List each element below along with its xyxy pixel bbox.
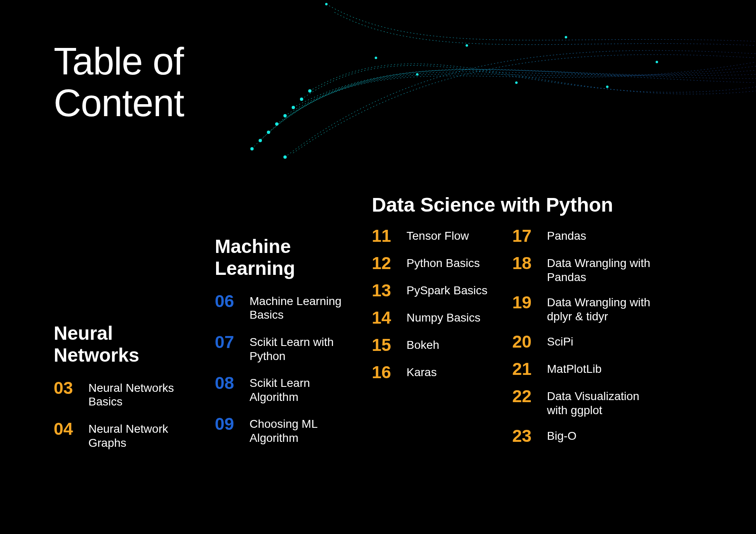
toc-entry: 12 Python Basics: [372, 255, 504, 272]
toc-entry: 13 PySpark Basics: [372, 282, 504, 299]
entry-label: SciPi: [547, 333, 573, 349]
svg-point-14: [308, 89, 311, 93]
svg-point-15: [283, 155, 287, 159]
svg-point-6: [416, 73, 418, 76]
wave-decoration: [202, 0, 756, 165]
entry-number: 03: [54, 379, 79, 397]
entry-label: Bokeh: [407, 336, 439, 352]
entry-number: 21: [512, 360, 538, 378]
entry-label: MatPlotLib: [547, 360, 601, 376]
toc-entry: 21 MatPlotLib: [512, 360, 661, 378]
section-heading-ds: Data Science with Python: [372, 193, 613, 216]
entry-number: 13: [372, 282, 397, 299]
section-heading-ml: Machine Learning: [215, 236, 347, 279]
entry-label: Pandas: [547, 227, 586, 243]
svg-point-8: [515, 81, 518, 84]
page: Table of Content Neural Networks 03 Neur…: [0, 0, 756, 534]
svg-point-11: [656, 61, 658, 63]
svg-point-5: [375, 57, 377, 59]
entry-number: 04: [54, 420, 79, 438]
toc-entry: 14 Numpy Basics: [372, 309, 504, 327]
entry-number: 09: [215, 415, 240, 433]
title-line-1: Table of: [54, 41, 184, 82]
toc-entry: 09 Choosing ML Algorithm: [215, 415, 347, 445]
section-machine-learning: Machine Learning 06 Machine Learning Bas…: [215, 236, 347, 457]
section-neural-networks: Neural Networks 03 Neural Networks Basic…: [54, 322, 190, 461]
toc-entry: 19 Data Wrangling with dplyr & tidyr: [512, 294, 661, 323]
svg-point-3: [300, 98, 303, 101]
svg-point-12: [275, 122, 278, 126]
entry-number: 18: [512, 255, 538, 272]
entry-number: 19: [512, 294, 538, 311]
toc-entry: 18 Data Wrangling with Pandas: [512, 255, 661, 284]
entry-label: Data Wrangling with dplyr & tidyr: [547, 294, 661, 323]
title-line-2: Content: [54, 82, 184, 124]
svg-point-16: [259, 139, 262, 142]
toc-entry: 22 Data Visualization with ggplot: [512, 388, 661, 417]
toc-entry: 08 Scikit Learn Algorithm: [215, 374, 347, 404]
entry-number: 11: [372, 227, 397, 245]
entry-label: Numpy Basics: [407, 309, 480, 325]
toc-entry: 23 Big-O: [512, 427, 661, 445]
entry-number: 06: [215, 293, 240, 310]
toc-entry: 17 Pandas: [512, 227, 661, 245]
toc-entry: 15 Bokeh: [372, 336, 504, 354]
entry-label: Karas: [407, 364, 437, 379]
entry-number: 17: [512, 227, 538, 245]
section-data-science-col-b: 17 Pandas 18 Data Wrangling with Pandas …: [512, 227, 661, 455]
entry-label: Scikit Learn Algorithm: [250, 374, 347, 404]
entry-label: Choosing ML Algorithm: [250, 415, 347, 445]
toc-entry: 20 SciPi: [512, 333, 661, 350]
toc-entry: 11 Tensor Flow: [372, 227, 504, 245]
svg-point-13: [292, 106, 295, 109]
section-data-science-col-a: 11 Tensor Flow 12 Python Basics 13 PySpa…: [372, 227, 504, 391]
toc-entry: 06 Machine Learning Basics: [215, 293, 347, 322]
svg-point-10: [606, 86, 609, 88]
section-heading-nn: Neural Networks: [54, 322, 190, 366]
entry-number: 16: [372, 364, 397, 381]
svg-point-0: [250, 147, 254, 150]
toc-entry: 04 Neural Network Graphs: [54, 420, 190, 450]
entry-label: Data Visualization with ggplot: [547, 388, 661, 417]
entry-number: 08: [215, 374, 240, 392]
svg-point-2: [283, 114, 287, 117]
entry-label: PySpark Basics: [407, 282, 487, 298]
entry-label: Machine Learning Basics: [250, 293, 347, 322]
entry-number: 14: [372, 309, 397, 327]
svg-point-9: [565, 36, 567, 38]
entry-label: Tensor Flow: [407, 227, 469, 243]
svg-point-7: [466, 44, 468, 47]
svg-point-4: [325, 3, 328, 5]
entry-label: Scikit Learn with Python: [250, 334, 347, 363]
toc-entry: 16 Karas: [372, 364, 504, 381]
entry-number: 15: [372, 336, 397, 354]
entry-number: 20: [512, 333, 538, 350]
entry-number: 23: [512, 427, 538, 445]
entry-label: Data Wrangling with Pandas: [547, 255, 661, 284]
entry-number: 12: [372, 255, 397, 272]
toc-entry: 07 Scikit Learn with Python: [215, 334, 347, 363]
toc-entry: 03 Neural Networks Basics: [54, 379, 190, 409]
entry-number: 22: [512, 388, 538, 405]
entry-number: 07: [215, 334, 240, 351]
page-title: Table of Content: [54, 41, 184, 124]
entry-label: Neural Network Graphs: [88, 420, 190, 450]
entry-label: Neural Networks Basics: [88, 379, 190, 409]
entry-label: Python Basics: [407, 255, 480, 270]
entry-label: Big-O: [547, 427, 577, 443]
svg-point-1: [267, 131, 270, 134]
